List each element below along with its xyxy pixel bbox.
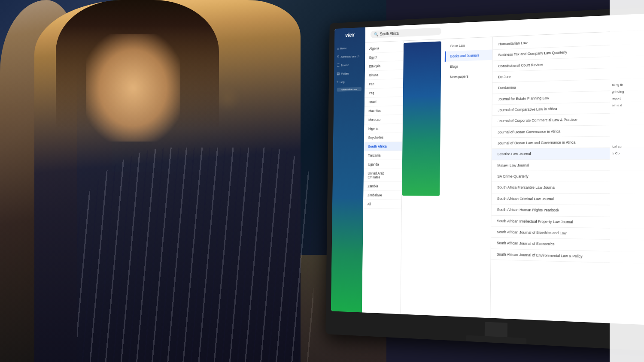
country-iran[interactable]: Iran bbox=[365, 79, 403, 89]
right-text-3: report bbox=[612, 95, 642, 102]
nav-advanced-search-label: Advanced search bbox=[341, 54, 359, 58]
country-israel[interactable]: Israel bbox=[365, 97, 403, 107]
nav-home-label: Home bbox=[340, 47, 347, 50]
home-icon: ⌂ bbox=[337, 46, 339, 50]
country-ghana[interactable]: Ghana bbox=[365, 70, 403, 80]
country-iraq[interactable]: Iraq bbox=[365, 88, 403, 98]
nav-help-label: Help bbox=[340, 81, 345, 84]
browse-icon: ☰ bbox=[337, 63, 340, 67]
right-text-2: grinding bbox=[612, 88, 642, 95]
nav-browse-label: Browse bbox=[341, 63, 349, 66]
country-nigeria[interactable]: Nigeria bbox=[364, 124, 402, 133]
country-uae[interactable]: United Arab Emirates bbox=[364, 169, 402, 182]
search-wrapper[interactable]: 🔍 bbox=[371, 27, 441, 38]
nav-folders[interactable]: ▤ Folders bbox=[334, 69, 365, 78]
search-nav-icon: ⚲ bbox=[337, 55, 340, 59]
unlimited-access-badge[interactable]: Unlimited Access bbox=[337, 87, 361, 92]
search-icon: 🔍 bbox=[374, 32, 378, 36]
monitor-bezel: vlex ⌂ Home ⚲ Advanced search ☰ Browse ▤… bbox=[325, 5, 644, 353]
country-morocco[interactable]: Morocco bbox=[364, 115, 402, 125]
right-text-6: 's Co bbox=[612, 150, 642, 157]
monitor-screen: vlex ⌂ Home ⚲ Advanced search ☰ Browse ▤… bbox=[331, 12, 644, 326]
gradient-decoration bbox=[402, 41, 441, 196]
nav-browse[interactable]: ☰ Browse bbox=[334, 60, 365, 69]
search-input[interactable] bbox=[380, 29, 437, 36]
content-blogs[interactable]: Blogs bbox=[444, 60, 492, 72]
country-mauritius[interactable]: Mauritius bbox=[365, 106, 403, 116]
unlimited-label: Unlimited Access bbox=[341, 88, 357, 90]
country-seychelles[interactable]: Seychelles bbox=[364, 133, 402, 142]
country-zambia[interactable]: Zambia bbox=[363, 182, 401, 191]
country-zimbabwe[interactable]: Zimbabwe bbox=[363, 191, 401, 200]
country-uganda[interactable]: Uganda bbox=[364, 160, 402, 169]
nav-advanced-search[interactable]: ⚲ Advanced search bbox=[334, 51, 365, 61]
nav-folders-label: Folders bbox=[341, 72, 349, 75]
country-all[interactable]: All bbox=[363, 200, 401, 209]
monitor-base bbox=[466, 335, 526, 344]
folders-icon: ▤ bbox=[337, 72, 340, 75]
country-tanzania[interactable]: Tanzania bbox=[364, 151, 402, 160]
person-main-silhouette bbox=[34, 0, 301, 362]
country-south-africa[interactable]: South Africa bbox=[364, 142, 402, 151]
right-edge-text: ating th grinding report ain a d ical cu… bbox=[610, 0, 644, 362]
help-icon: ? bbox=[337, 80, 338, 84]
right-text-4: ain a d bbox=[612, 102, 642, 109]
content-newspapers[interactable]: Newspapers bbox=[444, 70, 492, 82]
face bbox=[86, 34, 180, 142]
right-text-1: ating th bbox=[612, 81, 642, 88]
sidebar: vlex ⌂ Home ⚲ Advanced search ☰ Browse ▤… bbox=[331, 27, 365, 313]
logo: vlex bbox=[345, 32, 355, 38]
nav-help[interactable]: ? Help bbox=[334, 77, 365, 86]
right-text-5: ical cu bbox=[612, 143, 642, 150]
shirt bbox=[77, 148, 313, 362]
countries-panel: Algeria Egypt Ethiopia Ghana Iran Iraq I… bbox=[362, 41, 404, 314]
content-type-panel: Case Law Books and Journals Blogs Newspa… bbox=[442, 37, 493, 318]
